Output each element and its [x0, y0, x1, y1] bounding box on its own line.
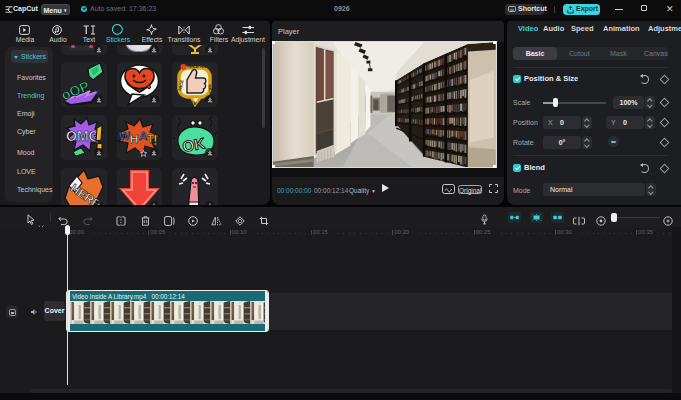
- svg-text:OMG: OMG: [66, 128, 100, 144]
- svg-text:!: !: [153, 132, 158, 148]
- svg-text:NICE NICE: NICE NICE: [188, 63, 211, 68]
- svg-text:NICE: NICE: [186, 99, 197, 105]
- svg-text:H: H: [130, 133, 138, 145]
- svg-text:W: W: [119, 130, 130, 142]
